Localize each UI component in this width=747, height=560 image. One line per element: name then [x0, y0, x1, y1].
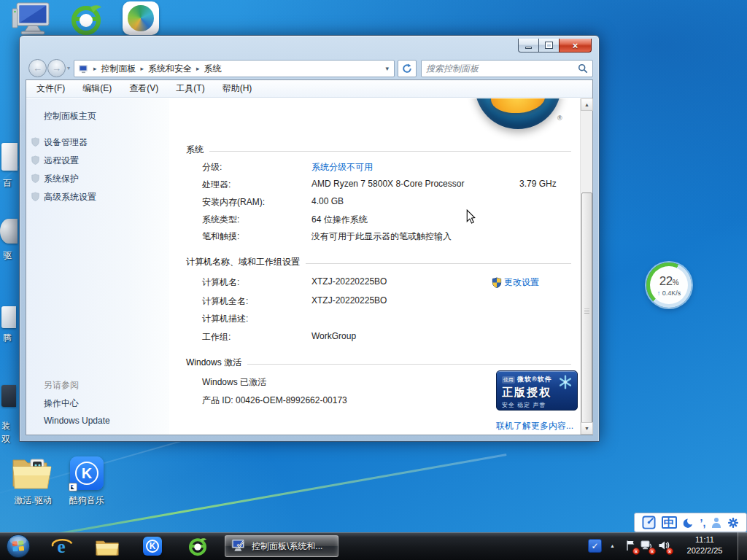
section-title: Windows 激活	[186, 357, 241, 369]
menu-view[interactable]: 查看(V)	[129, 82, 158, 95]
search-icon[interactable]	[578, 63, 588, 74]
ime-punctuation-button[interactable]: ’,	[700, 517, 706, 529]
vertical-scrollbar[interactable]: ▲ ▼	[580, 98, 592, 435]
rating-link[interactable]: 系统分级不可用	[311, 161, 373, 174]
desktop-icon-label: 激活.驱动	[4, 494, 61, 507]
scrollbar-thumb[interactable]	[581, 192, 592, 430]
desktop-icon-fragment[interactable]	[1, 385, 16, 407]
control-panel-icon	[78, 64, 89, 74]
menu-help[interactable]: 帮助(H)	[222, 82, 252, 95]
uac-shield-icon	[31, 174, 39, 183]
learn-more-online-link[interactable]: 联机了解更多内容...	[496, 420, 573, 432]
desktop-icon-app-tile[interactable]	[123, 1, 159, 35]
scroll-up-button[interactable]: ▲	[581, 98, 593, 111]
taskbar-explorer-button[interactable]	[96, 538, 119, 556]
row-label: 系统类型:	[202, 214, 239, 226]
breadcrumb-control-panel[interactable]: 控制面板	[101, 63, 136, 75]
back-button[interactable]: ←	[28, 59, 47, 77]
tray-expand-icon[interactable]: ▲	[610, 543, 615, 548]
taskbar-ie-button[interactable]: e	[51, 536, 73, 558]
desktop-icon-fragment[interactable]	[0, 219, 18, 244]
change-settings-link[interactable]: 更改设置	[492, 276, 539, 289]
sidebar-item-windows-update[interactable]: Windows Update	[26, 416, 165, 426]
sidebar-item-home[interactable]: 控制面板主页	[26, 110, 165, 122]
clock-time: 11:11	[677, 534, 732, 545]
close-button[interactable]: ×	[559, 39, 592, 52]
menu-edit[interactable]: 编辑(E)	[82, 82, 112, 95]
row-label: 计算机全名:	[202, 295, 248, 308]
row-label: 安装内存(RAM):	[202, 196, 265, 209]
breadcrumb-system-security[interactable]: 系统和安全	[148, 63, 192, 75]
desktop-icon-computer[interactable]	[12, 1, 51, 35]
taskbar-active-task-control-panel[interactable]: 控制面板\系统和...	[225, 535, 338, 557]
forward-button[interactable]: →	[47, 59, 66, 77]
start-button[interactable]	[6, 534, 31, 559]
action-center-flag-icon[interactable]: ×	[624, 540, 638, 553]
desktop-icon-driver-folder[interactable]: 激活.驱动	[4, 455, 61, 508]
sidebar-item-advanced-settings[interactable]: 高级系统设置	[26, 191, 165, 203]
row-value: XTZJ-20220225BO	[311, 276, 387, 287]
ime-settings-gear-icon[interactable]	[727, 517, 739, 529]
volume-muted-icon[interactable]: ×	[658, 540, 671, 553]
row-rating: 分级: 系统分级不可用	[169, 161, 580, 173]
recent-pages-dropdown[interactable]: ▾	[67, 65, 70, 71]
mouse-cursor	[466, 209, 476, 227]
sidebar-item-device-manager[interactable]: 设备管理器	[26, 136, 165, 149]
navigation-bar: ← → ▾ ▸ 控制面板 ▸ 系统和安全 ▸ 系统 ▾	[20, 56, 599, 81]
row-label: 计算机描述:	[202, 313, 248, 325]
registered-mark: ®	[557, 114, 562, 122]
menu-file[interactable]: 文件(F)	[36, 82, 65, 95]
search-input[interactable]	[426, 63, 578, 74]
section-header-system: 系统	[186, 144, 571, 156]
main-area: 控制面板主页 设备管理器 远程设置 系统保护	[26, 98, 592, 435]
menu-tools[interactable]: 工具(T)	[176, 82, 204, 95]
desktop-icon-fragment[interactable]	[1, 306, 16, 328]
sidebar-item-remote-settings[interactable]: 远程设置	[26, 155, 165, 167]
upload-arrow-icon: ↑	[657, 289, 661, 297]
search-box	[421, 60, 593, 77]
minimize-button[interactable]	[518, 39, 539, 52]
row-pen-touch: 笔和触摸: 没有可用于此显示器的笔或触控输入	[169, 230, 580, 242]
refresh-button[interactable]	[398, 60, 417, 77]
taskbar-kugou-button[interactable]: K	[143, 537, 162, 556]
network-status-icon[interactable]: ×	[640, 540, 654, 553]
tray-app-icon[interactable]: ✓	[588, 539, 602, 553]
row-value: 4.00 GB	[311, 196, 344, 206]
desktop-icon-360-browser[interactable]	[69, 3, 104, 35]
desktop-icon-kugou[interactable]: K 酷狗音乐	[61, 455, 112, 508]
maximize-button[interactable]	[539, 39, 559, 52]
breadcrumb-system[interactable]: 系统	[204, 63, 222, 75]
cpu-frequency: 3.79 GHz	[519, 179, 557, 189]
address-bar[interactable]: ▸ 控制面板 ▸ 系统和安全 ▸ 系统 ▾	[74, 60, 395, 77]
back-arrow-icon: ←	[33, 63, 42, 74]
internet-explorer-icon: e	[51, 536, 73, 558]
badge-use-label: 使用	[502, 376, 515, 384]
close-icon: ×	[573, 40, 578, 51]
folder-icon	[96, 538, 119, 556]
row-value: XTZJ-20220225BO	[311, 295, 387, 306]
desktop-icon-fragment-label: 百	[3, 177, 12, 190]
scroll-up-icon: ▲	[584, 102, 589, 107]
uac-shield-icon	[31, 192, 39, 201]
sidebar-item-label: 设备管理器	[44, 137, 88, 147]
kugou-icon: K	[70, 456, 104, 490]
ime-fullwidth-moon-icon[interactable]	[683, 517, 694, 529]
ime-user-mode-icon[interactable]	[711, 518, 721, 528]
ime-logo-icon[interactable]	[642, 516, 656, 529]
sidebar-item-action-center[interactable]: 操作中心	[26, 397, 165, 410]
network-speed-ball[interactable]: 22% ↑ 0.4K/s	[646, 262, 692, 308]
scrollbar-grip	[584, 309, 589, 314]
desktop-icon-fragment-label: 双	[1, 433, 10, 446]
scroll-down-button[interactable]: ▼	[581, 422, 593, 435]
genuine-microsoft-badge: 使用 微软®软件 正版授权 安全 稳定 声誉	[496, 370, 578, 411]
ime-chinese-mode-button[interactable]: 中	[662, 516, 677, 529]
sidebar-item-system-protection[interactable]: 系统保护	[26, 173, 165, 185]
section-header-computer-name: 计算机名称、域和工作组设置	[186, 256, 571, 268]
windows-start-orb-icon	[6, 534, 31, 559]
system-window-icon	[231, 539, 247, 553]
taskbar-360-browser-button[interactable]	[187, 536, 208, 556]
desktop-icon-fragment[interactable]	[1, 143, 18, 171]
show-desktop-button[interactable]	[738, 532, 747, 560]
address-dropdown-icon[interactable]: ▾	[384, 65, 390, 72]
taskbar-clock[interactable]: 11:11 2022/2/25	[677, 534, 732, 556]
